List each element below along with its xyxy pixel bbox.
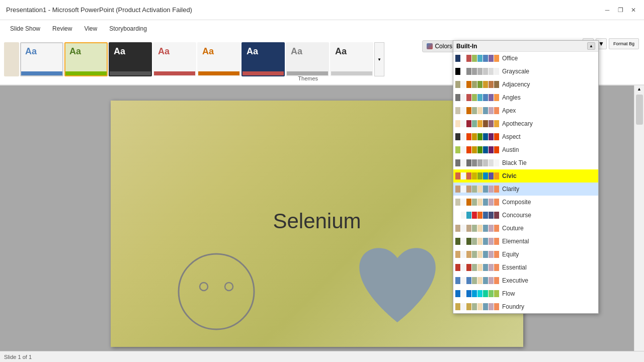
swatch [494,120,499,127]
swatch [483,264,488,271]
swatch [489,212,494,219]
right-scrollbar[interactable]: ▲ ▼ [634,85,644,362]
swatches-apothecary [455,120,499,127]
color-row-flow[interactable]: Flow [453,287,598,300]
swatch [494,94,499,101]
color-row-grayscale[interactable]: Grayscale [453,65,598,78]
color-row-austin[interactable]: Austin [453,143,598,156]
tab-review[interactable]: Review [47,23,77,34]
swatch [466,146,471,153]
color-row-civic[interactable]: Civic [453,169,598,183]
swatch [477,159,482,166]
color-row-clarity[interactable]: Clarity [453,183,598,196]
swatch [461,290,466,297]
swatch [472,81,477,88]
swatch [461,172,466,179]
colors-label: Colors [435,43,452,50]
dropdown-scroll-up[interactable]: ▲ [587,42,595,50]
color-row-composite[interactable]: Composite [453,196,598,209]
swatch [466,172,471,179]
swatch [472,68,477,75]
swatch [489,277,494,284]
dropdown-header-bar: Built-In ▲ [453,41,598,52]
theme-thumb-4[interactable]: Aa [153,42,196,76]
theme-thumb-8[interactable]: Aa [330,42,373,76]
scroll-up-arrow[interactable]: ▲ [636,85,642,93]
theme-thumb-6[interactable]: Aa [242,42,285,76]
swatches-concourse [455,212,499,219]
theme-thumb-5[interactable]: Aa [197,42,240,76]
close-button[interactable]: ✕ [629,6,638,15]
color-row-apothecary[interactable]: Apothecary [453,117,598,130]
color-row-essential[interactable]: Essential [453,261,598,274]
slide-title: Selenium [273,209,361,233]
swatch [494,159,499,166]
theme-thumb-3[interactable]: Aa [109,42,152,76]
swatch [455,120,460,127]
swatch [477,68,482,75]
swatch [466,277,471,284]
color-row-label-clarity: Clarity [502,186,519,193]
swatch [483,146,488,153]
color-row-angles[interactable]: Angles [453,91,598,104]
color-row-label-austin: Austin [502,146,519,153]
tab-slideshow[interactable]: Slide Show [5,23,45,34]
swatches-clarity [455,186,499,193]
swatch [455,146,460,153]
swatch [455,225,460,232]
swatch [466,68,471,75]
swatch [483,68,488,75]
swatches-elemental [455,238,499,245]
theme-thumb-7[interactable]: Aa [286,42,329,76]
svg-point-2 [225,283,233,291]
format-background-button[interactable]: Format Bg [609,38,639,49]
colors-dropdown: Built-In ▲ OfficeGrayscaleAdjacencyAngle… [453,40,599,314]
theme-thumb-2[interactable]: Aa [64,42,108,76]
color-row-foundry[interactable]: Foundry [453,300,598,313]
swatch [472,133,477,140]
color-row-adjacency[interactable]: Adjacency [453,78,598,91]
minimize-button[interactable]: ─ [603,6,612,15]
swatch [483,94,488,101]
swatch [483,238,488,245]
swatch [455,133,460,140]
swatch [472,225,477,232]
swatches-essential [455,264,499,271]
tab-storyboarding[interactable]: Storyboarding [104,23,152,34]
swatch [461,186,466,193]
swatch [477,199,482,206]
swatch [489,146,494,153]
color-row-concourse[interactable]: Concourse [453,209,598,222]
color-row-blacktie[interactable]: Black Tie [453,156,598,169]
swatch [466,212,471,219]
color-row-label-executive: Executive [502,277,528,284]
swatch [461,68,466,75]
swatch [477,172,482,179]
swatch [494,290,499,297]
scrollbar-thumb[interactable] [636,95,643,125]
tab-view[interactable]: View [79,23,102,34]
color-row-couture[interactable]: Couture [453,222,598,235]
swatch [477,120,482,127]
swatch [466,225,471,232]
color-row-aspect[interactable]: Aspect [453,130,598,143]
color-row-label-equity: Equity [502,251,519,258]
color-row-elemental[interactable]: Elemental [453,235,598,248]
window-controls: ─ ❐ ✕ [603,6,638,15]
themes-scroll-down[interactable]: ▼ [374,42,384,76]
swatch [461,264,466,271]
swatch [483,225,488,232]
theme-thumb-1[interactable]: Aa [20,42,63,76]
swatch [483,251,488,258]
color-row-office[interactable]: Office [453,52,598,65]
color-row-equity[interactable]: Equity [453,248,598,261]
swatch [489,133,494,140]
theme-thumb-default[interactable] [4,42,19,76]
color-row-apex[interactable]: Apex [453,104,598,117]
swatches-couture [455,225,499,232]
swatch [483,55,488,62]
color-row-executive[interactable]: Executive [453,274,598,287]
svg-point-0 [179,254,254,329]
restore-button[interactable]: ❐ [616,6,625,15]
swatches-civic [455,172,499,179]
